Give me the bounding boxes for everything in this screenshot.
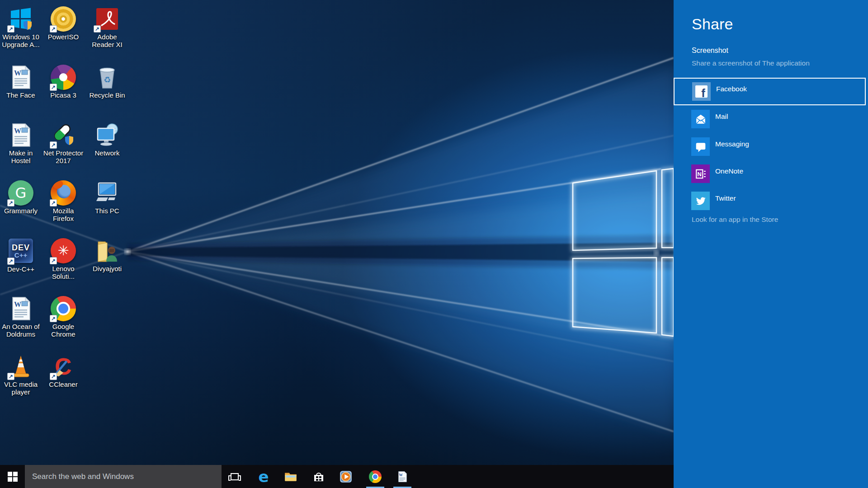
desktop-icon-label: Divyajyoti <box>85 265 129 272</box>
word-document-icon: W <box>8 122 33 148</box>
media-player-icon <box>339 470 353 483</box>
share-target-onenote[interactable]: NOneNote <box>674 160 868 188</box>
desktop-icon-windows-10-upgrade[interactable]: ↗Windows 10Upgrade A... <box>0 6 42 48</box>
facebook-icon: f <box>692 82 711 101</box>
desktop-icon-mozilla-firefox[interactable]: ↗MozillaFirefox <box>42 180 85 222</box>
desktop-icon-ccleaner[interactable]: C↗CCleaner <box>42 354 85 388</box>
svg-text:W: W <box>399 473 403 477</box>
desktop-icon-vlc-media-player[interactable]: ↗VLC mediaplayer <box>0 354 42 396</box>
grammarly-icon: G↗ <box>8 180 33 206</box>
file-explorer-icon <box>284 470 297 483</box>
svg-text:N: N <box>697 170 701 177</box>
desktop-icon-grammarly[interactable]: G↗Grammarly <box>0 180 42 215</box>
desktop-icon-the-face[interactable]: WThe Face <box>0 65 42 99</box>
shortcut-arrow-overlay: ↗ <box>50 199 57 206</box>
desktop-icon-make-in-hostel[interactable]: WMake inHostel <box>0 122 42 164</box>
chrome-icon: ↗ <box>51 296 76 321</box>
shortcut-arrow-overlay: ↗ <box>50 315 57 322</box>
shortcut-arrow-overlay: ↗ <box>7 199 14 206</box>
desktop-icon-label: Network <box>85 149 129 157</box>
svg-text:W: W <box>14 300 21 308</box>
share-item-title: Screenshot <box>692 47 728 55</box>
twitter-icon <box>691 192 710 210</box>
desktop-icon-google-chrome[interactable]: ↗GoogleChrome <box>42 296 85 338</box>
desktop-icon-network[interactable]: Network <box>85 122 129 157</box>
share-target-twitter[interactable]: Twitter <box>674 187 868 215</box>
share-target-facebook[interactable]: fFacebook <box>674 78 866 105</box>
desktop-icon-this-pc[interactable]: This PC <box>85 180 129 215</box>
desktop-icon-label: The Face <box>0 91 42 99</box>
desktop-icon-net-protector-2017[interactable]: ↗Net Protector2017 <box>42 122 85 164</box>
share-target-label: Facebook <box>716 85 747 93</box>
svg-text:W: W <box>14 127 21 135</box>
shortcut-arrow-overlay: ↗ <box>50 141 57 149</box>
desktop-icon-label: Dev-C++ <box>0 265 42 273</box>
ccleaner-icon: C↗ <box>51 354 76 379</box>
shortcut-arrow-overlay: ↗ <box>50 257 57 264</box>
poweriso-icon: ↗ <box>51 6 76 32</box>
vlc-icon: ↗ <box>8 354 33 379</box>
desktop-icon-label: CCleaner <box>42 380 85 388</box>
desktop-icon-picasa-3[interactable]: ↗Picasa 3 <box>42 65 85 99</box>
desktop-icon-poweriso[interactable]: ↗PowerISO <box>42 6 85 41</box>
adobe-reader-icon: ↗ <box>94 6 120 32</box>
taskbar-app-word[interactable]: W <box>392 465 412 488</box>
desktop-icon-label: PowerISO <box>42 33 85 41</box>
taskbar-app-store[interactable] <box>309 465 329 488</box>
taskbar-app-edge[interactable]: e <box>254 465 274 488</box>
desktop-icon-an-ocean-of-doldrums[interactable]: WAn Ocean ofDoldrums <box>0 296 42 338</box>
shortcut-arrow-overlay: ↗ <box>50 373 57 380</box>
store-icon <box>312 470 326 483</box>
network-icon <box>94 122 120 148</box>
user-folder-icon <box>94 238 120 263</box>
shortcut-arrow-overlay: ↗ <box>7 373 14 380</box>
desktop-icon-divyajyoti[interactable]: Divyajyoti <box>85 238 129 272</box>
share-panel: Share Screenshot Share a screenshot of T… <box>674 0 868 488</box>
mail-icon <box>691 110 710 128</box>
windows-desktop-screen: ↗Windows 10Upgrade A...↗PowerISO↗AdobeRe… <box>0 0 868 488</box>
messaging-icon <box>691 137 710 156</box>
taskbar-app-file-explorer[interactable] <box>281 465 301 488</box>
taskbar-app-media-player[interactable] <box>336 465 356 488</box>
share-target-mail[interactable]: Mail <box>674 105 868 133</box>
desktop-icon-label: LenovoSoluti... <box>42 265 85 280</box>
task-view-button[interactable] <box>225 465 245 488</box>
desktop-icon-label: MozillaFirefox <box>42 207 85 222</box>
desktop-icon-label: Picasa 3 <box>42 91 85 99</box>
desktop-icon-adobe-reader-xi[interactable]: ↗AdobeReader XI <box>85 6 129 48</box>
desktop-icon-label: GoogleChrome <box>42 323 85 338</box>
desktop-icon-recycle-bin[interactable]: ♻Recycle Bin <box>85 65 129 99</box>
windows-upgrade-icon: ↗ <box>8 6 33 32</box>
store-link[interactable]: Look for an app in the Store <box>692 216 778 224</box>
desktop-icon-label: Grammarly <box>0 207 42 215</box>
desktop-icon-label: Recycle Bin <box>85 91 129 99</box>
windows-logo-icon <box>8 472 18 482</box>
desktop-icon-label: Make inHostel <box>0 149 42 164</box>
desktop-icon-label: An Ocean ofDoldrums <box>0 323 42 338</box>
share-target-label: Mail <box>715 113 728 121</box>
edge-icon: e <box>257 470 270 483</box>
word-document-icon: W <box>8 296 33 321</box>
task-view-icon <box>231 473 239 480</box>
net-protector-icon: ↗ <box>51 122 76 148</box>
taskbar-app-chrome[interactable] <box>365 465 385 488</box>
desktop-icon-label: This PC <box>85 207 129 215</box>
lenovo-icon: ✳↗ <box>51 238 76 263</box>
chrome-small-icon <box>368 470 382 483</box>
shortcut-arrow-overlay: ↗ <box>7 25 14 33</box>
word-small-icon: W <box>396 470 409 483</box>
dev-cpp-icon: DEVC++↗ <box>8 239 33 264</box>
desktop-icon-dev-cpp[interactable]: DEVC++↗Dev-C++ <box>0 238 42 273</box>
shortcut-arrow-overlay: ↗ <box>50 25 57 33</box>
picasa-icon: ↗ <box>51 65 76 90</box>
shortcut-arrow-overlay: ↗ <box>50 84 57 91</box>
start-button[interactable] <box>0 465 25 488</box>
desktop-icon-lenovo-solutions[interactable]: ✳↗LenovoSoluti... <box>42 238 85 280</box>
search-input[interactable] <box>25 465 222 488</box>
svg-text:♻: ♻ <box>104 75 111 84</box>
share-target-messaging[interactable]: Messaging <box>674 133 868 160</box>
share-item-description: Share a screenshot of The application <box>692 59 810 67</box>
svg-text:W: W <box>14 69 21 77</box>
onenote-icon: N <box>691 164 710 183</box>
word-document-icon: W <box>8 65 33 90</box>
